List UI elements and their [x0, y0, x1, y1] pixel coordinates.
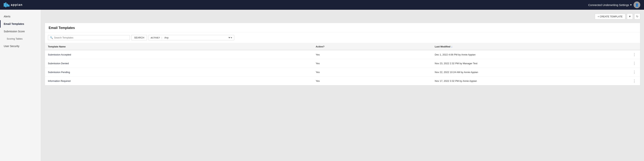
cell-template-name[interactable]: Submission Denied — [45, 59, 313, 68]
table-header-active: Active? — [313, 43, 432, 50]
cell-last-modified: Nov 22, 2022 10:24 AM by Annie Appian — [432, 68, 610, 77]
sort-desc-icon: ↓ — [451, 45, 452, 48]
table-header-name: Template Name — [45, 43, 313, 50]
cell-row-actions: ⋮ — [610, 59, 640, 68]
active-select-caret-icon: ▾ — [231, 36, 232, 39]
table-header: Template NameActive?Last Modified ↓ — [45, 43, 640, 50]
table-row: Submission AcceptedYesDec 1, 2022 4:06 P… — [45, 50, 640, 59]
filter-button[interactable]: ▼ — [627, 14, 633, 20]
avatar-icon: 👤 — [635, 3, 639, 7]
cell-active: Yes — [313, 59, 432, 68]
app-title-text: Connected Underwriting Settings — [588, 3, 629, 7]
row-menu-button[interactable]: ⋮ — [632, 53, 637, 57]
cell-active: Yes — [313, 68, 432, 77]
cell-row-actions: ⋮ — [610, 77, 640, 85]
cell-active: Yes — [313, 50, 432, 59]
email-templates-table: Template NameActive?Last Modified ↓ Subm… — [45, 43, 640, 85]
card-header: Email Templates — [45, 23, 640, 32]
row-menu-button[interactable]: ⋮ — [632, 79, 637, 83]
search-icon: 🔍 — [50, 36, 53, 39]
svg-rect-2 — [7, 4, 8, 7]
refresh-button[interactable]: ↻ — [634, 14, 640, 20]
user-avatar[interactable]: 👤 — [634, 2, 640, 8]
appian-logo-text: appian — [11, 3, 23, 7]
table-header-modified[interactable]: Last Modified ↓ — [432, 43, 610, 50]
app-title[interactable]: Connected Underwriting Settings ▾ — [588, 3, 632, 7]
filter-icon: ▼ — [628, 15, 631, 18]
sidebar-item-email-templates[interactable]: Email Templates — [0, 20, 41, 28]
sidebar: AlertsEmail TemplatesSubmission ScoreSco… — [0, 10, 41, 161]
svg-rect-1 — [5, 3, 6, 7]
row-menu-button[interactable]: ⋮ — [632, 61, 637, 65]
sidebar-item-alerts[interactable]: Alerts — [0, 13, 41, 20]
sidebar-item-submission-score[interactable]: Submission Score — [0, 28, 41, 35]
row-menu-button[interactable]: ⋮ — [632, 70, 637, 74]
email-templates-card: Email Templates 🔍 SEARCH ACTIVE? | AnyYe… — [45, 23, 640, 86]
search-input-wrap: 🔍 — [48, 35, 130, 40]
main-layout: AlertsEmail TemplatesSubmission ScoreSco… — [0, 10, 644, 161]
search-row: 🔍 SEARCH ACTIVE? | AnyYesNo ▾ — [45, 32, 640, 43]
cell-template-name[interactable]: Submission Pending — [45, 68, 313, 77]
create-template-button[interactable]: + CREATE TEMPLATE — [595, 14, 625, 20]
card-title: Email Templates — [49, 26, 75, 30]
table-header-actions — [610, 43, 640, 50]
sidebar-item-scoring-tables[interactable]: Scoring Tables — [0, 35, 41, 42]
table-row: Submission DeniedYesNov 23, 2022 2:32 PM… — [45, 59, 640, 68]
cell-row-actions: ⋮ — [610, 50, 640, 59]
cell-last-modified: Nov 23, 2022 2:32 PM by Manager Test — [432, 59, 610, 68]
cell-active: Yes — [313, 77, 432, 85]
refresh-icon: ↻ — [636, 15, 638, 18]
active-select[interactable]: AnyYesNo — [164, 36, 231, 39]
table-body: Submission AcceptedYesDec 1, 2022 4:06 P… — [45, 50, 640, 85]
top-navigation: appian Connected Underwriting Settings ▾… — [0, 0, 644, 10]
svg-rect-0 — [4, 3, 5, 7]
app-title-caret-icon: ▾ — [630, 3, 632, 7]
table-row: Information RequiredYesNov 17, 2022 3:32… — [45, 77, 640, 85]
search-button[interactable]: SEARCH — [131, 35, 147, 40]
search-input[interactable] — [54, 36, 128, 39]
main-content: + CREATE TEMPLATE ▼ ↻ Email Templates 🔍 … — [41, 10, 644, 161]
active-label: ACTIVE? — [150, 37, 160, 39]
top-actions: + CREATE TEMPLATE ▼ ↻ — [595, 14, 640, 20]
active-divider: | — [162, 36, 162, 39]
cell-last-modified: Dec 1, 2022 4:06 PM by Annie Appian — [432, 50, 610, 59]
svg-rect-3 — [8, 5, 9, 7]
cell-template-name[interactable]: Submission Accepted — [45, 50, 313, 59]
cell-template-name[interactable]: Information Required — [45, 77, 313, 85]
appian-logo[interactable]: appian — [4, 2, 23, 8]
sidebar-item-user-security[interactable]: User Security — [0, 42, 41, 50]
cell-row-actions: ⋮ — [610, 68, 640, 77]
topnav-right: Connected Underwriting Settings ▾ 👤 — [588, 2, 640, 8]
cell-last-modified: Nov 17, 2022 3:32 PM by Annie Appian — [432, 77, 610, 85]
table-row: Submission PendingYesNov 22, 2022 10:24 … — [45, 68, 640, 77]
active-filter: ACTIVE? | AnyYesNo ▾ — [148, 35, 234, 40]
